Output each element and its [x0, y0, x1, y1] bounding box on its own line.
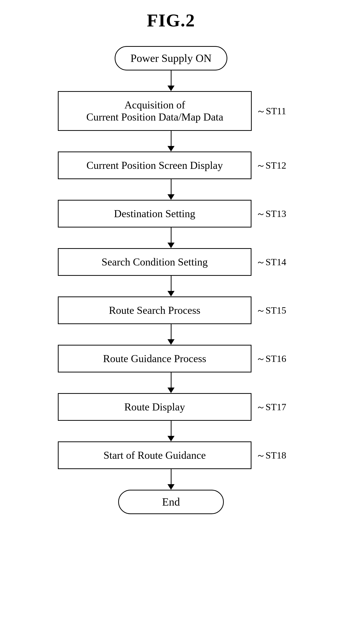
arrow	[167, 228, 175, 248]
row-st12: Current Position Screen Display～ST12	[58, 151, 284, 179]
node-st14: Search Condition Setting	[58, 248, 251, 276]
arrow	[167, 179, 175, 200]
row-st17: Route Display～ST17	[58, 393, 284, 421]
arrow	[167, 372, 175, 393]
arrow	[167, 469, 175, 490]
row-st16: Route Guidance Process～ST16	[58, 345, 284, 372]
node-end: End	[118, 490, 224, 514]
label-st12: ～ST12	[256, 159, 284, 172]
label-st13: ～ST13	[256, 207, 284, 220]
node-st11: Acquisition of Current Position Data/Map…	[58, 91, 252, 131]
arrow	[167, 421, 175, 441]
node-power-on: Power Supply ON	[115, 46, 228, 70]
node-st13: Destination Setting	[58, 200, 251, 228]
node-st18: Start of Route Guidance	[58, 441, 251, 469]
row-st14: Search Condition Setting～ST14	[58, 248, 284, 276]
fig-title: FIG.2	[147, 10, 195, 31]
row-st18: Start of Route Guidance～ST18	[58, 441, 284, 469]
label-st14: ～ST14	[256, 256, 284, 269]
arrow	[167, 131, 175, 151]
node-st17: Route Display	[58, 393, 251, 421]
page: FIG.2 Power Supply ONAcquisition of Curr…	[0, 0, 342, 644]
node-st15: Route Search Process	[58, 296, 251, 324]
row-st11: Acquisition of Current Position Data/Map…	[58, 91, 284, 131]
node-st12: Current Position Screen Display	[58, 151, 251, 179]
row-st15: Route Search Process～ST15	[58, 296, 284, 324]
label-st18: ～ST18	[256, 449, 284, 462]
label-st17: ～ST17	[256, 401, 284, 413]
arrow	[167, 324, 175, 345]
label-st16: ～ST16	[256, 352, 284, 365]
arrow	[167, 70, 175, 91]
node-st16: Route Guidance Process	[58, 345, 251, 372]
flowchart: Power Supply ONAcquisition of Current Po…	[58, 46, 284, 514]
label-st11: ～ST11	[256, 105, 284, 118]
arrow	[167, 276, 175, 296]
row-st13: Destination Setting～ST13	[58, 200, 284, 228]
label-st15: ～ST15	[256, 304, 284, 317]
